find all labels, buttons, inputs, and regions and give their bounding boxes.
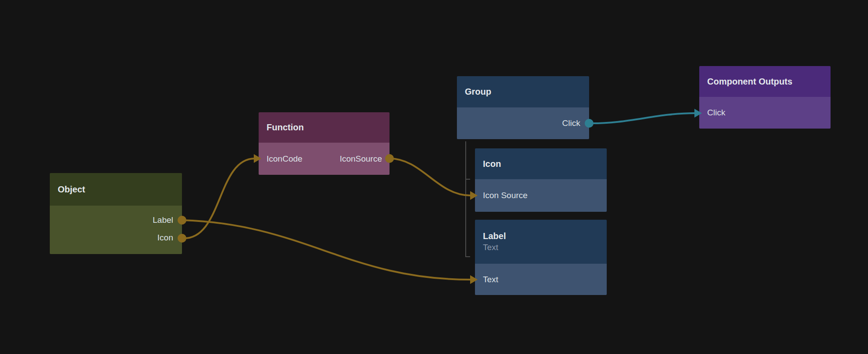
- input-icon-source-label[interactable]: Icon Source: [483, 191, 527, 200]
- port-dot-object-icon[interactable]: [178, 234, 186, 243]
- output-port-row-label[interactable]: Label: [50, 211, 182, 229]
- node-group[interactable]: Group Click: [457, 76, 589, 139]
- node-object-title: Object: [58, 184, 174, 195]
- wire-group-click-to-component-outputs-click[interactable]: [589, 109, 702, 123]
- node-label-subtitle: Text: [483, 243, 599, 252]
- node-label-header[interactable]: Label Text: [475, 220, 607, 264]
- node-object-header[interactable]: Object: [50, 173, 182, 206]
- node-component-outputs[interactable]: Component Outputs Click: [699, 66, 831, 129]
- node-object[interactable]: Object Label Icon: [50, 173, 182, 254]
- wire-object-label-to-label-text[interactable]: [182, 220, 478, 284]
- node-group-header[interactable]: Group: [457, 76, 589, 107]
- port-dot-group-click[interactable]: [585, 119, 594, 128]
- output-click-label[interactable]: Click: [562, 118, 580, 128]
- node-icon-header[interactable]: Icon: [475, 148, 607, 179]
- node-function-header[interactable]: Function: [259, 112, 389, 143]
- node-component-outputs-title: Component Outputs: [707, 77, 823, 87]
- node-object-body: Label Icon: [50, 206, 182, 254]
- wire-path[interactable]: [389, 159, 471, 195]
- node-function-title: Function: [267, 122, 382, 133]
- node-component-outputs-header[interactable]: Component Outputs: [699, 66, 831, 97]
- group-children-bracket: [466, 141, 470, 257]
- node-icon-body: Icon Source: [475, 179, 607, 212]
- node-icon[interactable]: Icon Icon Source: [475, 148, 607, 212]
- port-dot-object-label[interactable]: [178, 216, 186, 225]
- node-editor-canvas[interactable]: Object Label Icon Function IconCode Icon…: [0, 0, 868, 354]
- node-component-outputs-body: Click: [699, 97, 831, 129]
- wire-path[interactable]: [182, 220, 471, 280]
- node-label[interactable]: Label Text Text: [475, 220, 607, 295]
- output-icon-label: Icon: [157, 233, 173, 243]
- node-group-title: Group: [465, 87, 581, 97]
- input-text-label[interactable]: Text: [483, 275, 498, 284]
- wire-path[interactable]: [589, 113, 695, 123]
- input-iconcode-label[interactable]: IconCode: [267, 154, 302, 164]
- output-iconsource-label[interactable]: IconSource: [340, 154, 382, 164]
- wire-function-iconsource-to-icon-iconsource[interactable]: [389, 159, 478, 200]
- wire-object-icon-to-function-iconcode[interactable]: [182, 154, 261, 238]
- output-label-label: Label: [153, 215, 174, 225]
- node-icon-title: Icon: [483, 159, 599, 169]
- port-dot-function-iconsource[interactable]: [385, 154, 394, 163]
- input-click-label[interactable]: Click: [707, 108, 725, 118]
- node-group-body: Click: [457, 107, 589, 139]
- node-function[interactable]: Function IconCode IconSource: [259, 112, 389, 175]
- node-label-body: Text: [475, 264, 607, 295]
- node-function-body: IconCode IconSource: [259, 143, 389, 175]
- node-label-title: Label: [483, 231, 599, 241]
- output-port-row-icon[interactable]: Icon: [50, 229, 182, 247]
